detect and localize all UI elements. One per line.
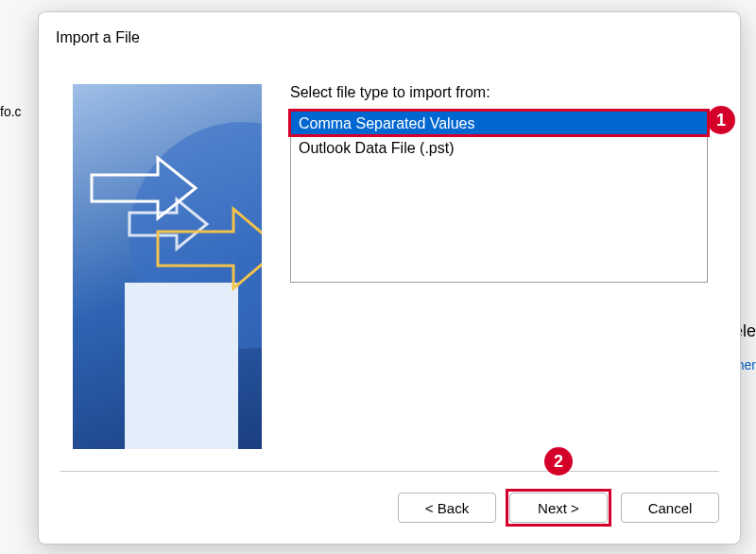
file-type-option-csv[interactable]: Comma Separated Values <box>291 112 707 136</box>
separator <box>60 471 719 472</box>
svg-rect-1 <box>125 283 238 449</box>
wizard-graphic <box>73 84 262 449</box>
background-text-left: fo.c <box>0 104 22 119</box>
back-button[interactable]: < Back <box>398 493 496 523</box>
file-type-listbox[interactable]: Comma Separated Values Outlook Data File… <box>290 111 708 283</box>
dialog-button-row: < Back Next > 2 Cancel <box>398 493 719 523</box>
next-button[interactable]: Next > <box>509 493 608 523</box>
file-type-option-pst[interactable]: Outlook Data File (.pst) <box>291 136 707 161</box>
annotation-badge-1: 1 <box>707 106 735 134</box>
instruction-label: Select file type to import from: <box>290 84 723 101</box>
import-file-dialog: Import a File Select file type to import… <box>38 11 741 545</box>
dialog-title: Import a File <box>56 29 140 46</box>
cancel-button[interactable]: Cancel <box>621 493 719 523</box>
